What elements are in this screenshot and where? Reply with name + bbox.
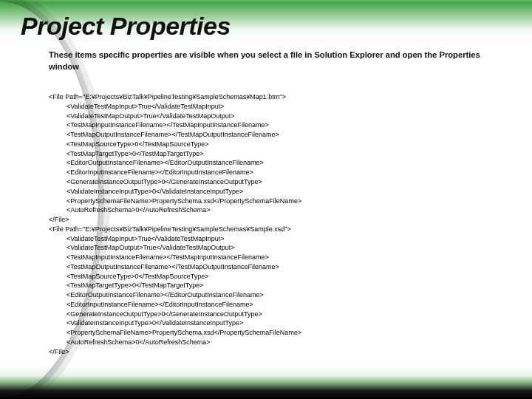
xml-child: <AutoRefreshSchema>0</AutoRefreshSchema> <box>49 338 517 347</box>
xml-child: <TestMapSourceType>0</TestMapSourceType> <box>49 272 517 282</box>
slide-content: Project Properties These items specific … <box>0 0 532 357</box>
xml-child: <EditorOutputInstanceFilename></EditorOu… <box>49 158 517 168</box>
xml-child: <TestMapSourceType>0</TestMapSourceType> <box>49 140 517 149</box>
footer-gradient <box>0 366 532 399</box>
xml-child: <TestMapTargetType>0</TestMapTargetType> <box>49 281 517 290</box>
xml-child: <GenerateInstanceOutputType>0</GenerateI… <box>49 177 517 187</box>
xml-child: <ValidateInstanceInputType>0</ValidateIn… <box>49 318 517 328</box>
xml-child: <ValidateTestMapInput>True</ValidateTest… <box>49 234 517 244</box>
xml-child: <EditorInputInstanceFilename></EditorInp… <box>49 168 517 177</box>
xml-child: <TestMapInputInstanceFilename></TestMapI… <box>49 120 517 130</box>
xml-code-block: <File Path="E:¥Projects¥BizTalk¥Pipeline… <box>49 83 517 356</box>
xml-child: <AutoRefreshSchema>0</AutoRefreshSchema> <box>49 205 517 215</box>
xml-child: <PropertySchemaFileName>PropertySchema.x… <box>49 328 517 338</box>
xml-child: <TestMapOutputInstanceFilename></TestMap… <box>49 262 517 272</box>
xml-child: <TestMapOutputInstanceFilename></TestMap… <box>49 130 517 140</box>
xml-child: <TestMapInputInstanceFilename></TestMapI… <box>49 253 517 262</box>
xml-file-close: </File> <box>49 348 69 355</box>
xml-child: <EditorInputInstanceFilename></EditorInp… <box>49 300 517 310</box>
xml-file-open: <File Path="E:¥Projects¥BizTalk¥Pipeline… <box>49 93 286 100</box>
xml-child: <PropertySchemaFileName>PropertySchema.x… <box>49 197 517 206</box>
xml-child: <GenerateInstanceOutputType>0</GenerateI… <box>49 310 517 319</box>
xml-child: <TestMapTargetType>0</TestMapTargetType> <box>49 149 517 159</box>
xml-child: <ValidateInstanceInputType>0</ValidateIn… <box>49 187 517 197</box>
slide-subtitle: These items specific properties are visi… <box>49 50 499 72</box>
xml-child: <ValidateTestMapOutput>True</ValidateTes… <box>49 243 517 253</box>
xml-child: <EditorOutputInstanceFilename></EditorOu… <box>49 290 517 300</box>
xml-child: <ValidateTestMapInput>True</ValidateTest… <box>49 102 517 112</box>
xml-file-close: </File> <box>49 216 69 223</box>
slide-title: Project Properties <box>21 12 517 41</box>
xml-child: <ValidateTestMapOutput>True</ValidateTes… <box>49 112 517 121</box>
xml-file-open: <File Path="E:¥Projects¥BizTalk¥Pipeline… <box>49 225 291 233</box>
